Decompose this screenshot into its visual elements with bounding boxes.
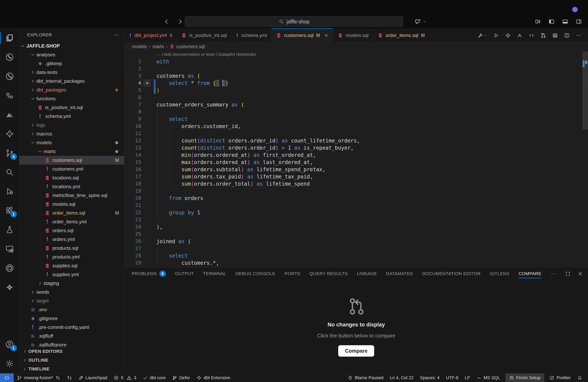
activity-item-remote-explorer[interactable] [0,239,19,259]
tree-item[interactable]: locations.sql [19,173,124,182]
tree-item[interactable]: supplies.sql [19,261,124,270]
activity-item-debug[interactable] [0,182,19,201]
panel-tab-output[interactable]: OUTPUT [175,267,194,280]
tree-item[interactable]: macros [19,130,124,138]
activity-item-files[interactable] [0,28,19,48]
activity-item-mountain[interactable] [0,105,19,124]
gutter[interactable] [141,159,156,166]
panel-tab-more[interactable] [551,267,556,280]
tree-item[interactable]: dbt_internal_packages [19,77,124,86]
panel-tab-documentation-editor[interactable]: DOCUMENTATION EDITOR [422,267,481,280]
ellipsis-icon[interactable] [576,33,582,38]
tree-item[interactable]: !locations.yml [19,182,124,191]
tree-item[interactable]: functions [19,94,124,103]
gutter[interactable] [141,123,156,130]
editor-tab-is_positive_int.sql[interactable]: is_positive_int.sql [177,28,231,42]
tree-item[interactable]: metricflow_time_spine.sql [19,191,124,200]
breadcrumb-item[interactable]: customers.sql [176,44,205,49]
gutter[interactable] [141,202,156,209]
tree-item[interactable]: products.sql [19,244,124,252]
activity-item-beaker[interactable] [0,220,19,239]
panel-tab-lineage[interactable]: LINEAGE [357,267,377,280]
toggle-panel-icon[interactable] [562,18,568,25]
tree-item[interactable]: seeds [19,288,124,296]
git-pr-icon[interactable] [540,33,546,38]
close-icon[interactable] [324,33,329,38]
gutter[interactable] [141,87,156,94]
status-item-ms-sql[interactable]: MS SQL [476,373,500,382]
gutter[interactable] [141,259,156,267]
activity-item-circle-branch-search[interactable] [0,67,19,86]
status-item-spaces-4[interactable]: Spaces: 4 [420,373,440,382]
gutter[interactable] [141,238,156,245]
tree-item[interactable]: customers.sql M [19,156,124,165]
back-arrow-icon[interactable] [163,18,170,25]
tree-item[interactable]: marts [19,147,124,156]
activity-item-source-control[interactable]: 4 [0,143,19,163]
activity-item-search[interactable] [0,163,19,182]
gutter[interactable] [141,252,156,259]
status-item-lf[interactable]: LF [465,373,470,382]
gutter[interactable] [141,209,156,216]
tree-item[interactable]: !customers.yml [19,165,124,173]
editor-tab-schema.yml[interactable]: !schema.yml [231,28,272,42]
gutter[interactable] [141,108,156,115]
tree-item[interactable]: models.sql [19,200,124,209]
editor-tab-dbt_project.yml[interactable]: !dbt_project.yml 4 [125,28,177,42]
status-item-ln-4-col-22[interactable]: Ln 4, Col 22 [390,373,414,382]
gutter[interactable] [141,58,156,65]
tree-item[interactable]: .gitkeep [19,59,124,68]
codelens[interactable]: ··· | Add documentation or tests | Datap… [125,51,588,58]
tree-item[interactable]: .gitignore [19,314,124,323]
play-icon[interactable] [493,33,499,38]
breadcrumb-item[interactable]: marts [152,44,164,49]
gutter[interactable] [141,152,156,159]
panel-tab-compare[interactable]: COMPARE [519,267,541,280]
status-item-dbt-extension[interactable]: dbt Extension [196,373,230,382]
gutter[interactable] [141,223,156,230]
tree-item[interactable]: !orders.yml [19,235,124,244]
status-item-defer[interactable]: Defer [172,373,190,382]
copilot-button[interactable] [414,18,427,25]
status-item-blame-paused[interactable]: Blame Paused [348,373,383,382]
close-panel-icon[interactable] [577,271,583,277]
editor-scrollbar[interactable] [582,51,588,267]
remote-indicator[interactable] [0,373,14,382]
customize-layout-icon[interactable] [535,18,541,25]
panel-tab-query-results[interactable]: QUERY RESULTS [309,267,348,280]
gutter[interactable] [141,166,156,173]
gutter[interactable] [141,130,156,137]
activity-item-dbt-outline[interactable] [0,124,19,143]
sidebar-section-open-editors[interactable]: OPEN EDITORS [19,347,124,356]
status-item-mwong-fusion-[interactable]: mwong-fusion* [17,373,60,382]
activity-item-circle-branch[interactable] [0,48,19,67]
tree-item[interactable]: .env [19,305,124,314]
toggle-secondary-sidebar-icon[interactable] [576,18,582,25]
code-icon[interactable] [529,33,534,38]
gutter[interactable]: + [141,79,156,87]
status-item-utf-8[interactable]: UTF-8 [446,373,458,382]
toggle-sidebar-icon[interactable] [548,18,555,25]
tree-item[interactable]: target [19,296,124,305]
gutter[interactable] [141,173,156,180]
activity-item-account[interactable]: 1 [0,335,19,354]
editor-tab-models.sql[interactable]: models.sql [333,28,373,42]
tree-item[interactable]: models [19,138,124,147]
status-item-launchpad[interactable]: Launchpad [78,373,107,382]
gutter[interactable] [141,187,156,195]
split-icon[interactable] [564,33,570,38]
tree-item[interactable]: is_positive_int.sql [19,103,124,112]
tree-root[interactable]: JAFFLE-SHOP [19,41,124,50]
status-item-dbt-core[interactable]: dbt core [143,373,166,382]
maximize-panel-icon[interactable] [565,271,571,277]
dbt-outline-icon[interactable] [505,33,511,38]
command-center-search[interactable]: jaffle-shop [185,16,403,27]
status-item-prettier[interactable]: Prettier [549,373,571,382]
compare-button[interactable]: Compare [338,345,374,357]
status-item-compare-changes[interactable] [67,373,72,382]
sidebar-section-timeline[interactable]: TIMELINE [19,364,124,373]
sidebar-section-outline[interactable]: OUTLINE [19,356,124,364]
gutter[interactable] [141,65,156,72]
activity-item-github[interactable] [0,259,19,278]
tree-item[interactable]: !products.yml [19,252,124,261]
